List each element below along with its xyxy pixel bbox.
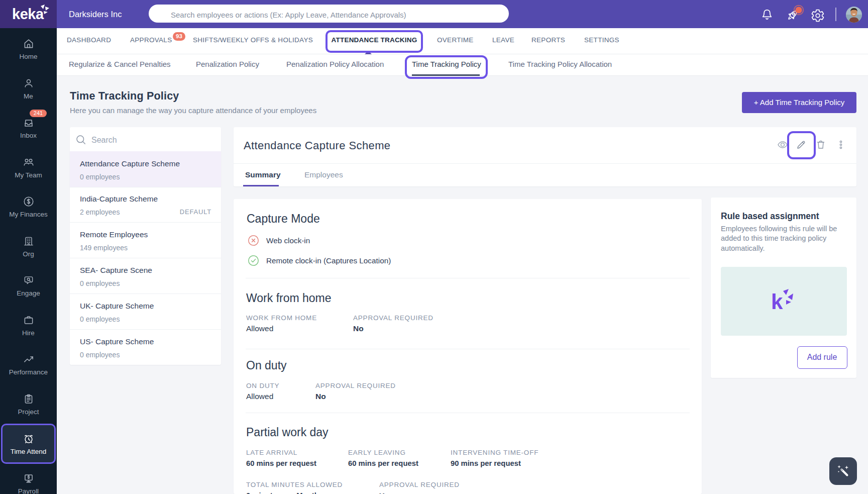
svg-text:k: k [771,290,783,314]
